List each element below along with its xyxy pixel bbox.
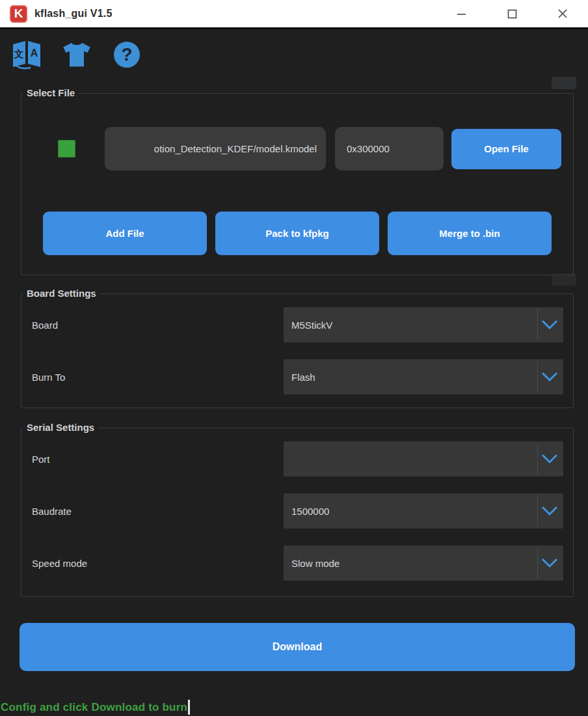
board-settings-group: Board Settings Board M5StickV Burn To Fl… [21, 294, 574, 408]
board-select-value: M5StickV [291, 320, 332, 331]
text-caret [188, 700, 190, 715]
file-actions-row: Add File Pack to kfpkg Merge to .bin [43, 212, 573, 255]
pack-to-kfpkg-button[interactable]: Pack to kfpkg [215, 212, 379, 255]
svg-text:A: A [31, 48, 38, 59]
app-window: K kflash_gui V1.5 [0, 0, 588, 716]
file-row: Open File [58, 127, 573, 171]
burn-address-input[interactable] [335, 127, 444, 171]
download-button[interactable]: Download [20, 623, 575, 671]
status-message: Config and click Download to burn [1, 701, 187, 714]
speed-mode-select-value: Slow mode [291, 558, 340, 569]
port-label: Port [32, 454, 50, 465]
window-title: kflash_gui V1.5 [34, 8, 113, 20]
tshirt-icon [62, 42, 91, 68]
toolbar: 文 A ? [0, 29, 588, 76]
board-settings-group-label: Board Settings [23, 288, 100, 299]
add-file-button[interactable]: Add File [43, 212, 207, 255]
chevron-down-icon [541, 454, 559, 464]
port-row: Port [32, 441, 563, 476]
select-file-group-label: Select File [23, 87, 79, 98]
chevron-down-icon [541, 320, 559, 330]
dropdown-separator [537, 547, 538, 579]
merge-to-bin-button[interactable]: Merge to .bin [388, 212, 552, 255]
board-row: Board M5StickV [32, 307, 563, 342]
language-button[interactable]: 文 A [11, 40, 42, 70]
dropdown-separator [537, 309, 538, 340]
help-icon: ? [113, 40, 141, 69]
dropdown-separator [537, 443, 538, 475]
baudrate-row: Baudrate 1500000 [32, 493, 563, 529]
maximize-button[interactable] [487, 0, 537, 27]
board-select[interactable]: M5StickV [284, 307, 563, 342]
file-valid-indicator[interactable] [58, 140, 75, 158]
theme-button[interactable] [61, 40, 92, 70]
burn-to-select[interactable]: Flash [284, 359, 563, 394]
close-button[interactable] [537, 0, 588, 27]
dropdown-separator [537, 361, 538, 392]
language-translate-icon: 文 A [11, 40, 42, 70]
close-icon [557, 8, 568, 19]
minimize-button[interactable] [436, 0, 487, 27]
file-path-input[interactable] [105, 127, 326, 171]
open-file-button[interactable]: Open File [451, 129, 561, 169]
burn-to-label: Burn To [32, 372, 65, 383]
speed-mode-select[interactable]: Slow mode [284, 545, 563, 581]
port-select[interactable] [284, 441, 563, 476]
maximize-icon [507, 9, 517, 19]
select-file-group: Select File Open File Add File Pack to k… [21, 93, 574, 275]
app-logo-icon: K [10, 5, 27, 23]
help-button[interactable]: ? [111, 40, 142, 70]
baudrate-label: Baudrate [32, 506, 72, 517]
minimize-icon [457, 9, 466, 19]
burn-to-select-value: Flash [291, 372, 315, 383]
titlebar: K kflash_gui V1.5 [0, 0, 588, 27]
speed-mode-row: Speed mode Slow mode [32, 545, 563, 581]
svg-text:文: 文 [14, 48, 24, 60]
window-controls [436, 0, 588, 27]
chevron-down-icon [541, 558, 559, 568]
serial-settings-group-label: Serial Settings [23, 422, 98, 433]
dropdown-separator [537, 495, 538, 527]
burn-to-row: Burn To Flash [32, 359, 563, 394]
speed-mode-label: Speed mode [32, 558, 87, 569]
baudrate-select-value: 1500000 [291, 506, 329, 517]
scroll-mark [552, 273, 576, 286]
baudrate-select[interactable]: 1500000 [284, 493, 563, 529]
svg-text:?: ? [121, 44, 132, 64]
board-label: Board [32, 320, 58, 331]
serial-settings-group: Serial Settings Port Baudrate 1500000 [21, 428, 574, 597]
statusbar: Config and click Download to burn [0, 700, 190, 715]
chevron-down-icon [541, 372, 559, 382]
chevron-down-icon [541, 506, 559, 516]
scroll-mark [552, 77, 576, 89]
